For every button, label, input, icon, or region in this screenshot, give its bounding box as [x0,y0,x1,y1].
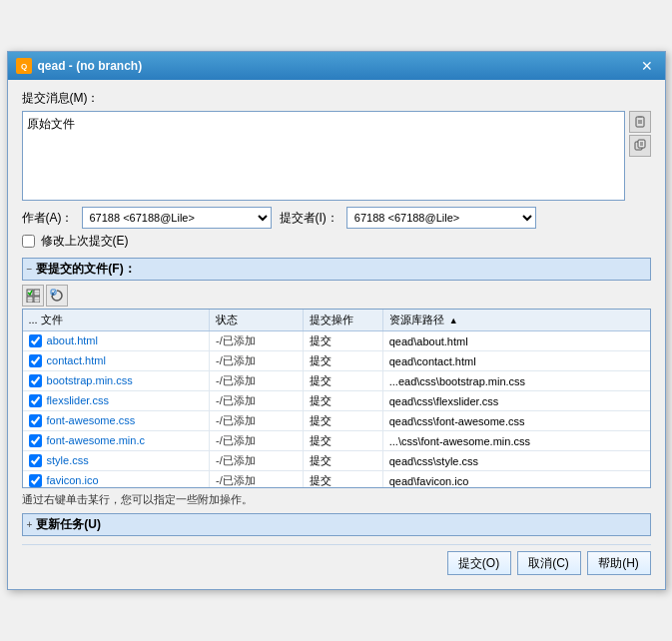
file-checkbox-3[interactable] [29,394,42,407]
col-header-file: ... 文件 [23,310,210,331]
submit-button[interactable]: 提交(O) [447,551,511,575]
svg-rect-2 [636,117,644,127]
path-cell-6: qead\css\style.css [382,451,649,471]
files-toolbar [22,285,651,307]
file-cell-6: style.css [23,451,210,471]
file-cell-0: about.html [23,331,210,351]
file-cell-3: flexslider.css [23,391,210,411]
file-checkbox-1[interactable] [29,354,42,367]
file-checkbox-0[interactable] [29,334,42,347]
action-cell-1: 提交 [303,351,382,371]
files-table-container[interactable]: ... 文件 状态 提交操作 资源库路径 ▲ about.html -/已添加 … [22,309,651,488]
update-section-header[interactable]: + 更新任务(U) [22,513,651,536]
file-cell-1: contact.html [23,351,210,371]
path-cell-5: ...\css\font-awesome.min.css [382,431,649,451]
message-icon-btn-2[interactable] [629,135,651,157]
file-name-1: contact.html [47,354,106,366]
author-label: 作者(A)： [22,210,74,227]
app-icon: Q [16,58,32,74]
close-button[interactable]: ✕ [637,56,657,76]
file-cell-2: bootstrap.min.css [23,371,210,391]
action-cell-0: 提交 [303,331,382,351]
file-name-5: font-awesome.min.c [47,434,145,446]
submitter-label: 提交者(I)： [280,210,338,227]
status-cell-7: -/已添加 [210,471,304,489]
action-cell-7: 提交 [303,471,382,489]
path-cell-3: qead\css\flexslider.css [382,391,649,411]
file-cell-7: favicon.ico [23,471,210,489]
col-header-action: 提交操作 [303,310,382,331]
file-name-2: bootstrap.min.css [47,374,133,386]
message-icon-btn-1[interactable] [629,111,651,133]
action-cell-5: 提交 [303,431,382,451]
hint-text: 通过右键单击某行，您可以指定一些附加操作。 [22,492,651,507]
status-cell-5: -/已添加 [210,431,304,451]
svg-text:Q: Q [20,62,26,71]
file-name-3: flexslider.css [47,394,109,406]
status-cell-4: -/已添加 [210,411,304,431]
table-row[interactable]: contact.html -/已添加 提交 qead\contact.html [23,351,650,371]
col-header-status: 状态 [210,310,304,331]
status-cell-1: -/已添加 [210,351,304,371]
path-cell-1: qead\contact.html [382,351,649,371]
main-window: Q qead - (no branch) ✕ 提交消息(M)： 原始文件 [7,51,666,590]
action-cell-2: 提交 [303,371,382,391]
table-row[interactable]: about.html -/已添加 提交 qead\about.html [23,331,650,351]
cancel-button[interactable]: 取消(C) [517,551,581,575]
action-cell-6: 提交 [303,451,382,471]
path-cell-0: qead\about.html [382,331,649,351]
amend-row: 修改上次提交(E) [22,233,651,250]
file-checkbox-4[interactable] [29,414,42,427]
update-collapse-icon: + [27,519,33,530]
message-icon-buttons [629,111,651,157]
table-row[interactable]: font-awesome.css -/已添加 提交 qead\css\font-… [23,411,650,431]
table-row[interactable]: flexslider.css -/已添加 提交 qead\css\flexsli… [23,391,650,411]
table-row[interactable]: bootstrap.min.css -/已添加 提交 ...ead\css\bo… [23,371,650,391]
status-cell-6: -/已添加 [210,451,304,471]
file-name-7: favicon.ico [47,474,99,486]
author-select[interactable]: 67188 <67188@Lile> [82,207,272,229]
status-cell-0: -/已添加 [210,331,304,351]
window-body: 提交消息(M)： 原始文件 [8,80,665,589]
message-input[interactable]: 原始文件 [22,111,625,201]
toolbar-btn-1[interactable] [22,285,44,307]
file-checkbox-2[interactable] [29,374,42,387]
path-cell-7: qead\favicon.ico [382,471,649,489]
status-cell-3: -/已添加 [210,391,304,411]
svg-rect-3 [638,116,642,118]
files-table: ... 文件 状态 提交操作 资源库路径 ▲ about.html -/已添加 … [23,310,650,488]
toolbar-btn-2[interactable] [46,285,68,307]
author-row: 作者(A)： 67188 <67188@Lile> 提交者(I)： 67188 … [22,207,651,229]
file-name-6: style.css [47,454,89,466]
update-section-title: 更新任务(U) [36,516,101,533]
file-name-4: font-awesome.css [47,414,136,426]
table-row[interactable]: font-awesome.min.c -/已添加 提交 ...\css\font… [23,431,650,451]
files-section-title: 要提交的文件(F)： [36,261,135,278]
message-label: 提交消息(M)： [22,90,651,107]
status-cell-2: -/已添加 [210,371,304,391]
file-checkbox-7[interactable] [29,474,42,487]
submitter-select[interactable]: 67188 <67188@Lile> [346,207,536,229]
table-row[interactable]: style.css -/已添加 提交 qead\css\style.css [23,451,650,471]
file-cell-5: font-awesome.min.c [23,431,210,451]
files-section-header[interactable]: − 要提交的文件(F)： [22,258,651,281]
svg-rect-7 [638,140,645,148]
action-cell-4: 提交 [303,411,382,431]
col-header-path: 资源库路径 ▲ [382,310,649,331]
amend-checkbox[interactable] [22,235,35,248]
title-bar: Q qead - (no branch) ✕ [8,52,665,80]
file-name-0: about.html [47,334,98,346]
amend-label: 修改上次提交(E) [41,233,129,250]
files-collapse-icon: − [27,264,33,275]
window-title: qead - (no branch) [38,59,143,73]
message-area-container: 原始文件 [22,111,651,201]
table-row[interactable]: favicon.ico -/已添加 提交 qead\favicon.ico [23,471,650,489]
file-checkbox-5[interactable] [29,434,42,447]
bottom-buttons: 提交(O) 取消(C) 帮助(H) [22,544,651,579]
help-button[interactable]: 帮助(H) [587,551,651,575]
file-checkbox-6[interactable] [29,454,42,467]
file-cell-4: font-awesome.css [23,411,210,431]
action-cell-3: 提交 [303,391,382,411]
path-cell-4: qead\css\font-awesome.css [382,411,649,431]
path-cell-2: ...ead\css\bootstrap.min.css [382,371,649,391]
